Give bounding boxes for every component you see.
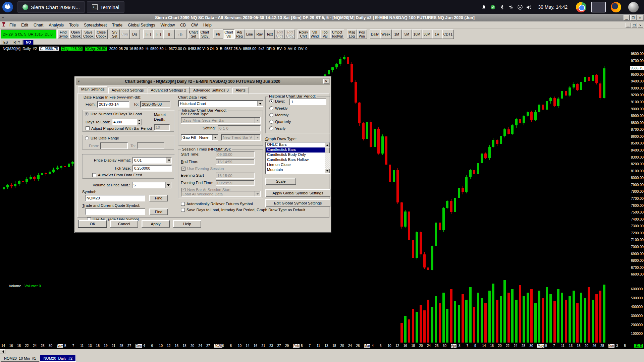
mdi-close-button[interactable]: ✕ <box>638 23 643 27</box>
apply-button[interactable]: Apply <box>142 220 170 228</box>
tab-advanced-settings-2[interactable]: Advanced Settings 2 <box>148 87 190 94</box>
launcher-firefox[interactable] <box>608 1 623 13</box>
window-tab-nqm20-daily-2[interactable]: NQM20 Daily #2 <box>40 355 76 362</box>
clock[interactable]: 30 May, 14:42 <box>538 4 568 10</box>
gap-fill-select[interactable]: Gap Fill - None <box>181 134 218 141</box>
toolbar-button-close-cbook[interactable]: Close Cbook <box>95 29 108 39</box>
tab-alerts[interactable]: Alerts <box>232 87 249 94</box>
toolbar-button-tool-val[interactable]: Tool Val <box>320 29 330 39</box>
menu-tools[interactable]: Tools <box>66 22 81 28</box>
toolbar-button-tool-cfg1[interactable]: Tool Cfg1 <box>275 29 285 39</box>
minimize-button[interactable]: ▁ <box>624 15 630 20</box>
monthly-radio[interactable] <box>269 113 273 117</box>
toolbar-button-cdt1[interactable]: CDT1 <box>442 29 454 39</box>
toolbar-button-con[interactable]: Con <box>120 29 130 39</box>
toolbar-button-chart-set[interactable]: Chart Set <box>188 29 199 39</box>
toolbar-button-chart-stdy[interactable]: Chart Stdy <box>199 29 211 39</box>
help-button[interactable]: Help <box>173 220 201 228</box>
maximize-button[interactable]: ❐ <box>630 15 636 20</box>
toolbar-button-pos-win[interactable]: Pos Win <box>357 29 367 39</box>
date-axis[interactable]: 14161822242830Nov5711131519212527Dec4610… <box>0 343 644 349</box>
symbol-tab-nq[interactable]: NQ <box>23 40 34 45</box>
graph-draw-option-candlestick-bars[interactable]: Candlestick Bars <box>266 147 325 153</box>
taskbar-window-sierra[interactable]: Sierra Chart 2099 N... <box>17 1 85 13</box>
dialog-close-icon[interactable]: ✕ <box>323 79 329 84</box>
days-value-input[interactable]: 1 <box>289 99 326 105</box>
volume-icon[interactable] <box>526 4 532 10</box>
symbol-input[interactable]: NQM20 <box>85 195 145 201</box>
toolbar-button-→||←[interactable]: →||← <box>175 29 186 39</box>
ok-button[interactable]: OK <box>78 220 107 228</box>
toolbar-button-ptr[interactable]: Ptr <box>213 29 223 39</box>
volume-at-price-mult-select[interactable]: 5 <box>132 182 171 188</box>
menu-window[interactable]: Window <box>158 22 178 28</box>
auto-rollover-checkbox[interactable] <box>181 202 185 206</box>
toolbar-button-→||←[interactable]: →||← <box>163 29 175 39</box>
weekend-data-select[interactable]: Load All Weekend Data <box>181 191 261 197</box>
toolbar-button-rplay-chrt[interactable]: Rplay Chrt <box>298 29 309 39</box>
start-time-input[interactable]: 09:30:00 <box>216 152 255 158</box>
cancel-button[interactable]: Cancel <box>110 220 138 228</box>
toolbar-button-10m[interactable]: 10M <box>412 29 422 39</box>
menu-chart[interactable]: Chart <box>31 22 46 28</box>
launcher-sphere[interactable] <box>626 1 641 13</box>
days-to-load-input[interactable]: 4380 <box>112 119 137 125</box>
dialog-system-menu-icon[interactable]: ▼ <box>76 80 82 83</box>
use-evening-session-checkbox[interactable] <box>181 167 185 171</box>
toolbar-button-tool-cfg2[interactable]: Tool Cfg2 <box>285 29 295 39</box>
toolbar-button-save-cbook[interactable]: Save Cbook <box>82 29 95 39</box>
window-tab-nqm20-10-min-1[interactable]: NQM20 10 Min #1 <box>1 355 39 362</box>
toolbar-button-adj-reg[interactable]: Adj Reg <box>234 29 245 39</box>
scrollbar-thumb[interactable] <box>325 147 330 153</box>
toolbar-button-dis[interactable]: Dis <box>130 29 140 39</box>
scale-button[interactable]: Scale <box>265 178 296 185</box>
new-trend-bar-select[interactable]: New Trend Bar V <box>221 134 261 141</box>
chart-region[interactable]: NQM20[M] Daily #2C: 9586.75Chg: 428.00DC… <box>0 45 644 343</box>
notifications-icon[interactable] <box>481 4 487 10</box>
scroll-down-icon[interactable] <box>325 169 330 173</box>
toolbar-button-srv-set[interactable]: Srv Set <box>110 29 120 39</box>
toolbar-button-daily[interactable]: Daily <box>370 29 380 39</box>
launcher-chrome[interactable] <box>574 1 588 13</box>
toolbar-button-|↔|[interactable]: |↔| <box>153 29 163 39</box>
close-button[interactable]: ✕ <box>637 15 643 20</box>
menu-cw[interactable]: CW <box>189 22 201 28</box>
bluetooth-icon[interactable] <box>499 4 505 10</box>
adjust-proportional-checkbox[interactable] <box>86 126 90 130</box>
end-time-input[interactable]: 16:14:59 <box>216 159 255 165</box>
toolbar-button-ray[interactable]: Ray <box>255 29 265 39</box>
network-icon[interactable] <box>508 4 514 10</box>
range-to-input[interactable] <box>137 142 164 149</box>
toolbar-button-open-cbook[interactable]: Open Cbook <box>69 29 82 39</box>
menu-cb[interactable]: CB <box>177 22 189 28</box>
toolbar-button-30m[interactable]: 30M <box>422 29 432 39</box>
symbol-tab-rty[interactable]: RTY <box>11 40 23 45</box>
toolbar-button-val-wind[interactable]: Val Wind <box>309 29 320 39</box>
toolbar-button-msg-log[interactable]: Msg Log <box>347 29 357 39</box>
listbox-scrollbar[interactable] <box>325 142 330 173</box>
toolbar-button-find-symb[interactable]: Find Symb <box>57 29 69 39</box>
save-defaults-checkbox[interactable] <box>181 208 185 212</box>
date-from-input[interactable]: 2019-03-14 <box>97 101 129 108</box>
menu-edit[interactable]: Edit <box>18 22 31 28</box>
days-to-load-spinner[interactable] <box>137 119 142 125</box>
quarterly-radio[interactable] <box>269 120 273 124</box>
setting-input[interactable]: 0-1-0 <box>218 125 261 131</box>
use-number-of-days-radio[interactable] <box>85 112 89 116</box>
menu-help[interactable]: Help <box>201 22 214 28</box>
menu-spreadsheet[interactable]: Spreadsheet <box>81 22 109 28</box>
dialog-titlebar[interactable]: ▼ Chart Settings - NQM20[M] Daily #2 - E… <box>76 78 330 85</box>
scroll-up-icon[interactable] <box>325 142 330 147</box>
power-icon[interactable] <box>517 4 523 10</box>
evening-start-input[interactable]: 16:15:00 <box>216 173 255 179</box>
symbol-tab-es[interactable]: ES <box>1 40 10 45</box>
toolbar-button-|↔|[interactable]: |↔| <box>143 29 153 39</box>
market-depth-input[interactable]: 10 <box>154 124 170 131</box>
edit-global-symbol-settings-button[interactable]: Edit Global Symbol Settings <box>265 199 330 207</box>
updates-ok-icon[interactable] <box>490 4 496 10</box>
find-trade-symbol-button[interactable]: Find <box>149 208 168 215</box>
window-system-menu-icon[interactable]: ▼ <box>0 16 6 19</box>
toolbar-button-text[interactable]: Text <box>265 29 275 39</box>
graph-draw-type-listbox[interactable]: OHLC BarsCandlestick BarsCandlestick Bod… <box>265 142 330 174</box>
app-menu-button[interactable] <box>0 0 15 14</box>
